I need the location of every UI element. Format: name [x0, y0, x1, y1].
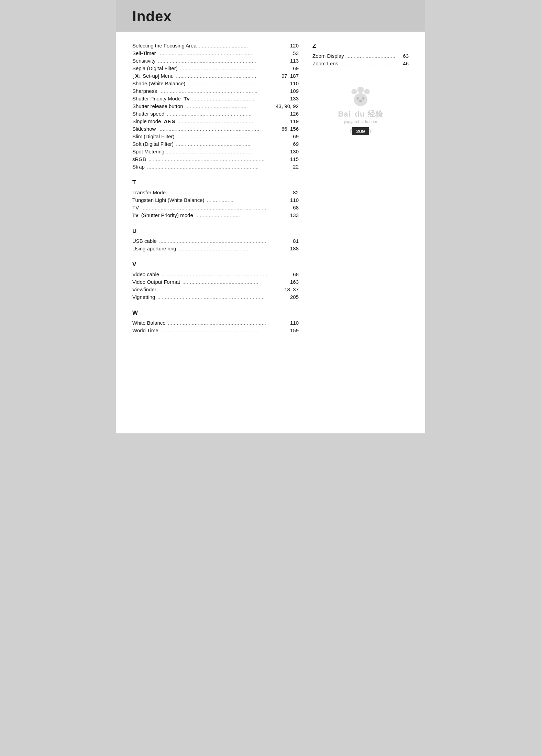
index-row: Video cable ……………………………………………………………… 68	[132, 271, 299, 277]
index-row: Shutter speed ………………………………………………… 126	[132, 111, 299, 117]
svg-point-4	[357, 97, 359, 100]
index-row: sRGB …………………………………………………………………… 115	[132, 156, 299, 162]
index-row: Zoom Display …………………………… 63	[312, 53, 409, 59]
svg-point-0	[351, 89, 357, 94]
svg-point-5	[362, 97, 365, 100]
index-row: Transfer Mode ………………………………………………… 82	[132, 190, 299, 195]
index-row: Tungsten Light (White Balance) ……………… 11…	[132, 197, 299, 203]
shutter-release-button-row: Shutter release button …………………………………… 43…	[132, 103, 299, 109]
left-column: Selecting the Focusing Area …………………………… …	[132, 43, 299, 335]
index-row: World Time ………………………………………………………… 159	[132, 327, 299, 333]
svg-point-6	[359, 100, 363, 102]
index-row: Video Output Format …………………………………………… 16…	[132, 279, 299, 285]
index-row: TV ………………………………………………………………………… 68	[132, 205, 299, 210]
section-t-header: T	[132, 179, 299, 186]
section-u-header: U	[132, 228, 299, 235]
svg-point-1	[357, 87, 364, 93]
index-row: Selecting the Focusing Area …………………………… …	[132, 43, 299, 48]
index-row: Sharpness ………………………………………………………… 109	[132, 88, 299, 94]
index-row: Sensitivity ………………………………………………………… 113	[132, 58, 299, 64]
index-row: Spot Metering ………………………………………………… 130	[132, 149, 299, 154]
index-row: Sepia (Digital Filter) ………………………………………………	[132, 65, 299, 71]
svg-point-2	[364, 89, 370, 94]
index-row: USB cable ……………………………………………………………… 81	[132, 238, 299, 244]
page: Index Selecting the Focusing Area …………………	[116, 0, 425, 433]
index-row: Tv (Shutter Priority) mode ………………………… 13…	[132, 212, 299, 218]
section-v-header: V	[132, 261, 299, 268]
index-row: Slideshow …………………………………………………………… 66, 15…	[132, 126, 299, 132]
index-row: Soft (Digital Filter) …………………………………………… …	[132, 141, 299, 147]
baidu-watermark: Bai du 经验 jingyan.baidu.com 《209》	[312, 87, 409, 135]
page-title: Index	[132, 8, 409, 25]
content-area: Selecting the Focusing Area …………………………… …	[116, 32, 425, 352]
header-bar: Index	[116, 0, 425, 32]
right-column: Z Zoom Display …………………………… 63 Zoom Lens …	[312, 43, 409, 335]
index-row: Viewfinder …………………………………………………………… 18, 3…	[132, 287, 299, 292]
using-aperture-ring-row: Using aperture ring ………………………………………… 188	[132, 246, 299, 251]
index-row: Single mode AF.S …………………………………………… 119	[132, 118, 299, 124]
index-row: Vignetting ……………………………………………………………… 205	[132, 294, 299, 300]
index-row: [ X↓ Set-up] Menu ……………………………………………… 97,…	[132, 73, 299, 79]
section-z-header: Z	[312, 43, 409, 50]
index-row: Self-Timer ……………………………………………………… 53	[132, 50, 299, 56]
baidu-text: Bai du 经验	[338, 109, 383, 119]
index-row: White Balance ………………………………………………………… 110	[132, 320, 299, 326]
index-row: Shade (White Balance) …………………………………………… …	[132, 80, 299, 86]
baidu-sub-text: jingyan.baidu.com	[344, 119, 377, 124]
section-w-header: W	[132, 310, 299, 316]
index-row: Slim (Digital Filter) …………………………………………… …	[132, 133, 299, 139]
page-number-badge: 《209》	[347, 128, 374, 135]
baidu-icon	[349, 87, 373, 108]
index-row: Strap ………………………………………………………………… 22	[132, 164, 299, 170]
index-row: Shutter Priority Mode Tv …………………………………… …	[132, 96, 299, 101]
index-row: Zoom Lens ………………………………… 46	[312, 61, 409, 66]
